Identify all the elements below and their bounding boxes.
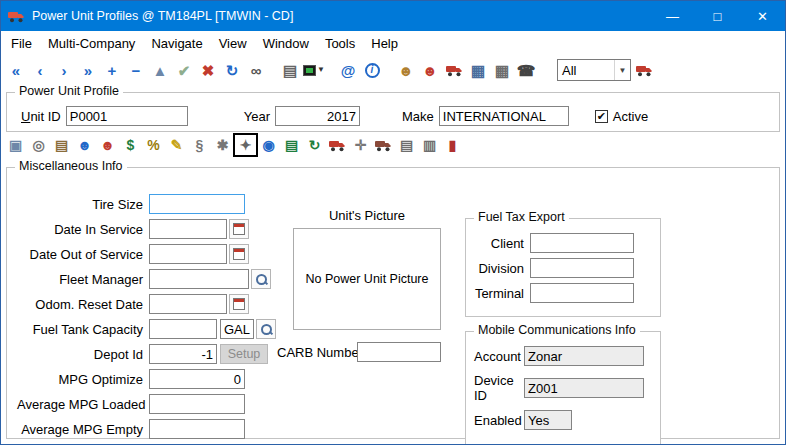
next-record-icon[interactable]: › [53,59,75,81]
driver-icon[interactable]: ☻ [395,59,417,81]
info-icon[interactable]: i [361,59,383,81]
screen-view-icon[interactable]: ▼ [303,59,325,81]
form-row: Account [474,346,652,366]
form-row: Device ID [474,373,652,403]
menu-tools[interactable]: Tools [317,33,363,54]
power-unit-icon[interactable] [633,59,655,81]
menu-multi-company[interactable]: Multi-Company [40,33,143,54]
maximize-button[interactable]: □ [695,1,740,31]
account-input[interactable] [524,346,644,366]
fuel-tank-capacity-input[interactable] [149,319,217,339]
print-icon[interactable]: ▤ [279,59,301,81]
menu-view[interactable]: View [211,33,255,54]
active-checkbox[interactable] [595,110,608,123]
wrench-icon[interactable]: ✛ [350,135,371,155]
misc-info-icon[interactable]: ✦ [235,135,256,155]
info-circle-icon: i [365,63,380,78]
report-icon[interactable]: ▥ [419,135,440,155]
date-out-of-service-input[interactable] [149,244,227,264]
avg-mpg-loaded-input[interactable] [149,394,245,414]
tire-size-label: Tire Size [17,197,149,212]
avg-mpg-loaded-label: Average MPG Loaded [17,397,149,412]
dropdown-arrow-icon: ▼ [317,66,325,74]
personnel-icon[interactable]: ☻ [419,59,441,81]
device-id-input[interactable] [524,378,644,398]
expenses-icon[interactable]: $ [120,135,141,155]
calendar-icon [233,223,245,235]
client-label: Client [474,236,530,251]
cancel-icon[interactable]: ✖ [197,59,219,81]
make-input[interactable] [439,106,569,126]
truck-service-icon[interactable] [327,135,348,155]
no-picture-text: No Power Unit Picture [306,272,429,286]
binoculars-icon[interactable]: ∞ [245,59,267,81]
first-record-icon[interactable]: « [5,59,27,81]
tire-size-input[interactable] [149,194,245,214]
fuel-tax-export-group: Fuel Tax Export Client Division Terminal [465,218,661,317]
date-in-service-input[interactable] [149,219,227,239]
menu-file[interactable]: File [3,33,40,54]
collapse-icon[interactable]: ▲ [149,59,171,81]
trailer-icon[interactable] [373,135,394,155]
delete-record-icon[interactable]: − [125,59,147,81]
pencil-notes-icon[interactable]: ✎ [166,135,187,155]
computer-icon[interactable]: ▦ [491,59,513,81]
date-out-of-service-calendar-button[interactable] [229,244,249,264]
avg-mpg-empty-input[interactable] [149,419,245,439]
fuel-unit-box: GAL [220,319,254,339]
keys-icon[interactable]: § [189,135,210,155]
terminal-input[interactable] [530,283,634,303]
menu-help[interactable]: Help [363,33,406,54]
year-input[interactable] [275,106,360,126]
depot-setup-button[interactable]: Setup [220,344,268,364]
division-label: Division [474,261,530,276]
carb-number-input[interactable] [357,342,441,362]
fuel-unit-lookup-button[interactable] [256,319,276,339]
division-input[interactable] [530,258,634,278]
save-icon[interactable]: ✔ [173,59,195,81]
menu-navigate[interactable]: Navigate [143,33,210,54]
accounting-icon[interactable]: % [143,135,164,155]
green-report-icon[interactable]: ▤ [281,135,302,155]
recycle-icon[interactable]: ↻ [304,135,325,155]
search-icon[interactable]: ◎ [28,135,49,155]
document-icon[interactable]: ▤ [396,135,417,155]
add-record-icon[interactable]: + [101,59,123,81]
fleet-manager-lookup-button[interactable] [251,269,271,289]
miscellaneous-info-group: Miscellaneous Info Tire Size Date In Ser… [6,167,780,439]
refresh-icon[interactable]: ↻ [221,59,243,81]
maintenance-icon[interactable]: ✱ [212,135,233,155]
filter-value: All [558,63,614,78]
minimize-button[interactable]: — [650,1,695,31]
date-in-service-calendar-button[interactable] [229,219,249,239]
odom-reset-date-input[interactable] [149,294,227,314]
groups-icon[interactable]: ☻ [74,135,95,155]
client-input[interactable] [530,233,634,253]
truck-icon[interactable] [443,59,465,81]
dropdown-arrow-icon[interactable]: ▼ [614,60,630,80]
form-row: Odom. Reset Date [17,294,276,314]
toolbar-separator [269,59,277,81]
mpg-optimize-label: MPG Optimize [17,372,149,387]
fleet-manager-input[interactable] [149,269,249,289]
red-book-icon[interactable]: ▮ [442,135,463,155]
workstation-icon[interactable]: ▦ [467,59,489,81]
enabled-input[interactable] [524,410,572,430]
eye-icon[interactable]: ◉ [258,135,279,155]
driver-assign-icon[interactable]: ☻ [97,135,118,155]
unit-photo-icon[interactable]: ▣ [5,135,26,155]
license-icon[interactable]: ▤ [51,135,72,155]
mpg-optimize-input[interactable] [149,369,245,389]
phone-icon[interactable]: ☎ [515,59,537,81]
email-icon[interactable]: @ [337,59,359,81]
odom-reset-date-calendar-button[interactable] [229,294,249,314]
menu-window[interactable]: Window [255,33,317,54]
last-record-icon[interactable]: » [77,59,99,81]
form-row: Date Out of Service [17,244,276,264]
unit-id-input[interactable] [66,106,188,126]
unit-filter-select[interactable]: All▼ [557,59,631,81]
depot-id-input[interactable] [149,344,217,364]
close-button[interactable]: ✕ [740,1,785,31]
monitor-icon [303,65,316,76]
previous-record-icon[interactable]: ‹ [29,59,51,81]
